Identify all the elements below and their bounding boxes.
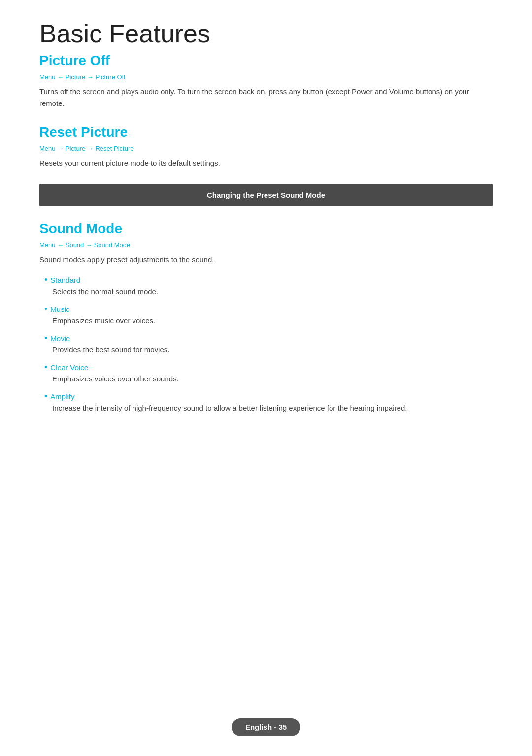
preset-sound-mode-banner: Changing the Preset Sound Mode: [39, 184, 493, 206]
sound-mode-item-label-0: Standard: [44, 275, 493, 284]
sound-mode-item-desc-0: Selects the normal sound mode.: [44, 286, 493, 298]
picture-off-section: Picture Off Menu → Picture → Picture Off…: [39, 53, 493, 109]
picture-off-heading: Picture Off: [39, 53, 493, 69]
page-title: Basic Features: [39, 20, 493, 48]
sound-mode-list-item: AmplifyIncrease the intensity of high-fr…: [39, 392, 493, 414]
sound-mode-list-item: MusicEmphasizes music over voices.: [39, 305, 493, 327]
reset-picture-body: Resets your current picture mode to its …: [39, 157, 493, 169]
sound-mode-section: Sound Mode Menu → Sound → Sound Mode Sou…: [39, 221, 493, 414]
sound-mode-item-label-1: Music: [44, 305, 493, 313]
sound-mode-list-item: StandardSelects the normal sound mode.: [39, 275, 493, 298]
reset-picture-section: Reset Picture Menu → Picture → Reset Pic…: [39, 124, 493, 169]
sound-mode-intro: Sound modes apply preset adjustments to …: [39, 254, 493, 266]
sound-mode-item-desc-1: Emphasizes music over voices.: [44, 315, 493, 327]
picture-off-breadcrumb: Menu → Picture → Picture Off: [39, 73, 493, 81]
sound-mode-item-desc-4: Increase the intensity of high-frequency…: [44, 402, 493, 414]
sound-mode-item-label-2: Movie: [44, 334, 493, 343]
sound-mode-breadcrumb: Menu → Sound → Sound Mode: [39, 241, 493, 249]
picture-off-body: Turns off the screen and plays audio onl…: [39, 86, 493, 109]
sound-mode-list-item: Clear VoiceEmphasizes voices over other …: [39, 363, 493, 385]
sound-mode-heading: Sound Mode: [39, 221, 493, 237]
footer-page-label: English - 35: [232, 718, 300, 736]
reset-picture-breadcrumb: Menu → Picture → Reset Picture: [39, 145, 493, 152]
sound-mode-item-label-3: Clear Voice: [44, 363, 493, 372]
sound-mode-item-desc-3: Emphasizes voices over other sounds.: [44, 373, 493, 385]
sound-mode-list: StandardSelects the normal sound mode.Mu…: [39, 275, 493, 414]
sound-mode-item-label-4: Amplify: [44, 392, 493, 401]
sound-mode-list-item: MovieProvides the best sound for movies.: [39, 334, 493, 356]
reset-picture-heading: Reset Picture: [39, 124, 493, 140]
sound-mode-item-desc-2: Provides the best sound for movies.: [44, 344, 493, 356]
